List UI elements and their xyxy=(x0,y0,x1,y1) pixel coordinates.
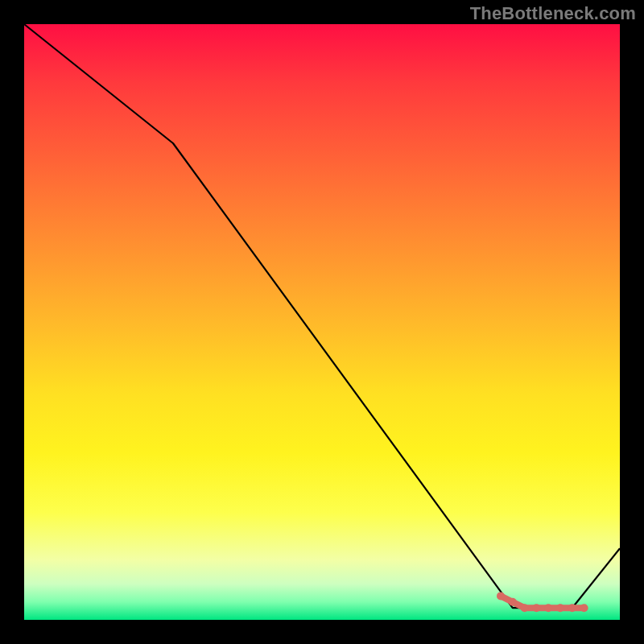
bottleneck-curve xyxy=(24,24,620,608)
highlight-dot xyxy=(509,598,517,606)
chart-svg xyxy=(24,24,620,620)
highlight-dot xyxy=(532,604,540,612)
highlight-dot xyxy=(497,592,505,600)
highlight-dot xyxy=(568,604,576,612)
highlight-dot xyxy=(580,604,588,612)
highlight-markers xyxy=(497,592,588,612)
highlight-dot xyxy=(556,604,564,612)
watermark-text: TheBottleneck.com xyxy=(470,3,636,24)
highlight-dot xyxy=(544,604,552,612)
chart-frame: TheBottleneck.com xyxy=(0,0,644,644)
highlight-dot xyxy=(521,604,529,612)
